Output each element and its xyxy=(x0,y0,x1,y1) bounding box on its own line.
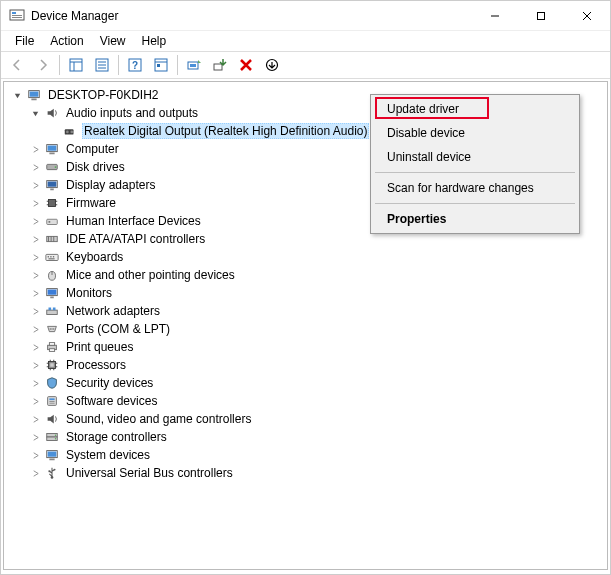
tree-category-mice[interactable]: Mice and other pointing devices xyxy=(28,266,601,284)
display-icon xyxy=(44,177,60,193)
back-button[interactable] xyxy=(5,54,29,76)
chevron-right-icon[interactable] xyxy=(28,466,42,480)
chevron-right-icon[interactable] xyxy=(28,268,42,282)
speaker-icon xyxy=(62,123,78,139)
chevron-down-icon[interactable] xyxy=(28,106,42,120)
svg-rect-61 xyxy=(53,308,56,311)
tree-category-system[interactable]: System devices xyxy=(28,446,601,464)
context-menu-update-driver[interactable]: Update driver xyxy=(373,97,577,121)
chevron-right-icon[interactable] xyxy=(28,358,42,372)
speaker-icon xyxy=(44,411,60,427)
tree-category-security[interactable]: Security devices xyxy=(28,374,601,392)
tree-category-monitors[interactable]: Monitors xyxy=(28,284,601,302)
menu-file[interactable]: File xyxy=(7,32,42,50)
tree-category-label: Sound, video and game controllers xyxy=(64,412,253,426)
chevron-right-icon[interactable] xyxy=(28,340,42,354)
tree-category-storage[interactable]: Storage controllers xyxy=(28,428,601,446)
svg-rect-22 xyxy=(214,64,222,70)
svg-point-62 xyxy=(50,328,51,329)
chevron-right-icon[interactable] xyxy=(28,286,42,300)
chevron-right-icon[interactable] xyxy=(28,178,42,192)
chevron-right-icon[interactable] xyxy=(28,232,42,246)
chevron-right-icon[interactable] xyxy=(28,214,42,228)
action-sheet-button[interactable] xyxy=(149,54,173,76)
tree-category-usb[interactable]: Universal Serial Bus controllers xyxy=(28,464,601,482)
svg-point-90 xyxy=(54,469,56,471)
svg-point-29 xyxy=(70,131,73,134)
speaker-icon xyxy=(44,105,60,121)
svg-rect-81 xyxy=(49,403,54,404)
svg-point-63 xyxy=(51,328,52,329)
svg-rect-36 xyxy=(48,182,57,187)
svg-rect-21 xyxy=(190,64,196,67)
menu-help[interactable]: Help xyxy=(134,32,175,50)
tree-category-label: Network adapters xyxy=(64,304,162,318)
svg-rect-51 xyxy=(50,256,51,257)
help-button[interactable]: ? xyxy=(123,54,147,76)
chevron-down-icon[interactable] xyxy=(10,88,24,102)
context-menu-uninstall-device[interactable]: Uninstall device xyxy=(373,145,577,169)
tree-category-software[interactable]: Software devices xyxy=(28,392,601,410)
uninstall-button[interactable] xyxy=(234,54,258,76)
toolbar-separator xyxy=(177,55,178,75)
context-menu-properties[interactable]: Properties xyxy=(373,207,577,231)
svg-rect-59 xyxy=(47,310,58,314)
chevron-right-icon[interactable] xyxy=(28,430,42,444)
svg-rect-88 xyxy=(49,459,54,461)
tree-category-sound[interactable]: Sound, video and game controllers xyxy=(28,410,601,428)
svg-point-64 xyxy=(53,328,54,329)
chevron-right-icon[interactable] xyxy=(28,394,42,408)
chevron-right-icon[interactable] xyxy=(28,448,42,462)
chevron-right-icon[interactable] xyxy=(28,412,42,426)
context-menu-scan[interactable]: Scan for hardware changes xyxy=(373,176,577,200)
tree-category-label: Keyboards xyxy=(64,250,125,264)
svg-rect-25 xyxy=(30,92,39,97)
computer-icon xyxy=(26,87,42,103)
context-menu-separator xyxy=(375,172,575,173)
tree-category-ports[interactable]: Ports (COM & LPT) xyxy=(28,320,601,338)
menu-view[interactable]: View xyxy=(92,32,134,50)
maximize-button[interactable] xyxy=(518,1,564,31)
show-hide-tree-button[interactable] xyxy=(64,54,88,76)
tree-item-label: Realtek Digital Output (Realtek High Def… xyxy=(82,123,369,139)
svg-rect-3 xyxy=(12,17,22,18)
update-driver-button[interactable] xyxy=(208,54,232,76)
svg-rect-2 xyxy=(12,15,22,16)
chevron-right-icon[interactable] xyxy=(28,322,42,336)
chevron-right-icon[interactable] xyxy=(28,304,42,318)
chevron-right-icon[interactable] xyxy=(28,250,42,264)
menu-action[interactable]: Action xyxy=(42,32,91,50)
svg-rect-58 xyxy=(50,297,54,299)
svg-rect-50 xyxy=(48,256,49,257)
svg-point-89 xyxy=(51,476,54,479)
svg-rect-80 xyxy=(49,401,54,402)
disable-button[interactable] xyxy=(260,54,284,76)
svg-rect-66 xyxy=(49,343,54,346)
toolbar-separator xyxy=(118,55,119,75)
chevron-right-icon[interactable] xyxy=(28,376,42,390)
tree-category-keyboards[interactable]: Keyboards xyxy=(28,248,601,266)
chevron-right-icon[interactable] xyxy=(28,142,42,156)
tree-category-label: Ports (COM & LPT) xyxy=(64,322,172,336)
port-icon xyxy=(44,321,60,337)
forward-button[interactable] xyxy=(31,54,55,76)
svg-rect-19 xyxy=(157,64,160,67)
tree-category-print-queues[interactable]: Print queues xyxy=(28,338,601,356)
chevron-right-icon[interactable] xyxy=(28,160,42,174)
close-button[interactable] xyxy=(564,1,610,31)
svg-point-28 xyxy=(66,131,69,134)
scan-hardware-button[interactable] xyxy=(182,54,206,76)
minimize-button[interactable] xyxy=(472,1,518,31)
svg-point-34 xyxy=(55,166,57,168)
tree-category-network[interactable]: Network adapters xyxy=(28,302,601,320)
tree-category-label: Print queues xyxy=(64,340,135,354)
storage-icon xyxy=(44,429,60,445)
keyboard-icon xyxy=(44,249,60,265)
chevron-right-icon[interactable] xyxy=(28,196,42,210)
context-menu-disable-device[interactable]: Disable device xyxy=(373,121,577,145)
properties-button[interactable] xyxy=(90,54,114,76)
software-icon xyxy=(44,393,60,409)
tree-category-label: Storage controllers xyxy=(64,430,169,444)
tree-category-processors[interactable]: Processors xyxy=(28,356,601,374)
svg-rect-37 xyxy=(50,189,54,191)
